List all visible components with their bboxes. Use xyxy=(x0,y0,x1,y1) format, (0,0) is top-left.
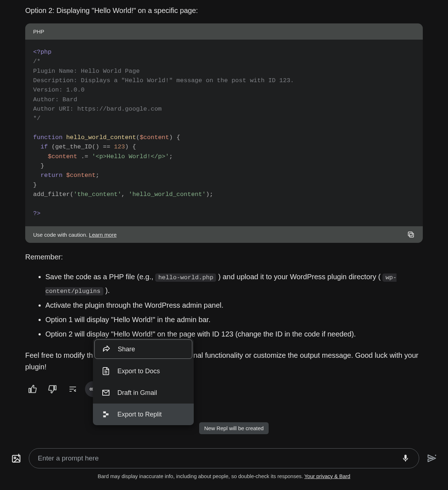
thumbs-down-icon[interactable] xyxy=(48,384,58,394)
menu-item-share[interactable]: Share xyxy=(94,339,192,359)
remember-list: Save the code as a PHP file (e.g., hello… xyxy=(25,270,423,341)
menu-item-draft-gmail[interactable]: Draft in Gmail xyxy=(93,382,194,404)
svg-point-3 xyxy=(90,388,92,390)
menu-label: Export to Docs xyxy=(117,368,160,375)
list-item: Option 1 will display "Hello World!" in … xyxy=(45,313,423,326)
list-text: Save the code as a PHP file (e.g., xyxy=(45,273,155,281)
copy-icon[interactable] xyxy=(407,231,415,239)
send-icon[interactable] xyxy=(426,453,437,464)
remember-title: Remember: xyxy=(25,253,423,261)
closing-text: Feel free to modify these examples to in… xyxy=(25,349,423,373)
svg-rect-0 xyxy=(409,233,413,237)
share-menu: Share Export to Docs Draft in Gmail Expo… xyxy=(93,338,194,425)
docs-icon xyxy=(102,367,110,375)
privacy-link[interactable]: Your privacy & Bard xyxy=(304,473,350,479)
code-lang-label: PHP xyxy=(25,23,423,40)
menu-label: Export to Replit xyxy=(117,411,162,418)
share-arrow-icon xyxy=(102,345,111,353)
svg-rect-8 xyxy=(103,411,106,414)
gmail-icon xyxy=(102,388,110,397)
action-row xyxy=(25,384,423,394)
svg-rect-9 xyxy=(106,413,108,415)
code-body: <?php /* Plugin Name: Hello World Page D… xyxy=(25,40,423,226)
learn-more-link[interactable]: Learn more xyxy=(89,232,117,238)
option-title: Option 2: Displaying "Hello World!" on a… xyxy=(25,6,423,15)
list-item: Save the code as a PHP file (e.g., hello… xyxy=(45,270,423,298)
tune-icon[interactable] xyxy=(68,384,78,394)
replit-tooltip: New Repl will be created xyxy=(199,422,269,434)
code-caution-text: Use code with caution. xyxy=(33,232,88,238)
prompt-input[interactable] xyxy=(38,454,397,462)
prompt-input-wrap[interactable] xyxy=(29,448,419,468)
menu-item-export-replit[interactable]: Export to Replit xyxy=(93,404,194,425)
svg-point-13 xyxy=(435,455,436,456)
code-footer: Use code with caution. Learn more xyxy=(25,226,423,243)
menu-label: Draft in Gmail xyxy=(117,389,157,397)
menu-label: Share xyxy=(118,346,135,353)
thumbs-up-icon[interactable] xyxy=(27,384,37,394)
inline-code: hello-world.php xyxy=(155,273,216,282)
disclaimer-text: Bard may display inaccurate info, includ… xyxy=(98,473,304,479)
svg-rect-1 xyxy=(408,232,412,236)
bottom-bar: Bard may display inaccurate info, includ… xyxy=(0,441,448,490)
replit-icon xyxy=(102,410,110,419)
list-item: Activate the plugin through the WordPres… xyxy=(45,298,423,312)
svg-rect-10 xyxy=(103,415,106,418)
disclaimer: Bard may display inaccurate info, includ… xyxy=(11,473,437,479)
mic-icon[interactable] xyxy=(401,454,410,463)
list-text: ). xyxy=(106,286,110,294)
code-block: PHP <?php /* Plugin Name: Hello World Pa… xyxy=(25,23,423,243)
add-image-icon[interactable] xyxy=(11,453,22,464)
svg-point-12 xyxy=(14,457,16,459)
list-text: ) and upload it to your WordPress plugin… xyxy=(218,273,383,281)
menu-item-export-docs[interactable]: Export to Docs xyxy=(93,360,194,382)
